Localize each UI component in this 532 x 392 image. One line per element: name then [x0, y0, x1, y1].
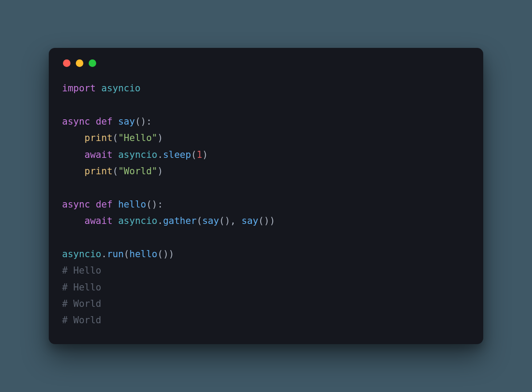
close-icon[interactable] [63, 59, 70, 67]
code-line: await asyncio.gather(say(), say()) [62, 216, 275, 226]
code-line: # Hello [62, 265, 102, 276]
traffic-lights [63, 59, 470, 67]
code-token: gather [163, 216, 197, 226]
code-token: # World [62, 298, 102, 309]
code-line: async def hello(): [62, 199, 163, 210]
code-token [62, 166, 85, 176]
code-token [90, 116, 96, 127]
code-token: print [85, 166, 113, 176]
code-editor[interactable]: import asyncio async def say(): print("H… [62, 80, 470, 329]
code-token: (): [146, 199, 163, 210]
code-line: async def say(): [62, 116, 152, 127]
code-token: ()) [258, 216, 275, 226]
code-token [113, 199, 118, 210]
code-token: def [96, 116, 113, 127]
code-token: say [118, 116, 135, 127]
zoom-icon[interactable] [89, 59, 96, 67]
code-line: print("World") [62, 166, 163, 176]
code-token: async [62, 116, 90, 127]
code-token: def [96, 199, 113, 210]
code-token: . [157, 216, 163, 226]
code-token: ) [157, 166, 163, 176]
code-token: # Hello [62, 265, 102, 276]
code-token: run [107, 249, 124, 259]
code-token [113, 116, 118, 127]
code-token: (), [219, 216, 242, 226]
code-token: ( [124, 249, 129, 259]
code-token: # World [62, 315, 102, 325]
code-line: # Hello [62, 282, 102, 293]
code-token [62, 133, 85, 143]
code-token: ) [157, 133, 163, 143]
code-token: asyncio [102, 83, 141, 94]
code-token: async [62, 199, 90, 210]
code-token: await [85, 216, 113, 226]
code-token: ( [113, 133, 118, 143]
code-token: ()) [157, 249, 174, 259]
code-token: import [62, 83, 96, 94]
code-line: # World [62, 298, 102, 309]
code-line: # World [62, 315, 102, 325]
code-token: (): [135, 116, 152, 127]
code-token: say [242, 216, 258, 226]
code-line: await asyncio.sleep(1) [62, 149, 208, 160]
code-token: ( [191, 149, 197, 160]
code-token [113, 149, 118, 160]
code-token: . [102, 249, 107, 259]
code-token: ( [196, 216, 202, 226]
code-token: # Hello [62, 282, 102, 293]
code-token: await [85, 149, 113, 160]
code-line: import asyncio [62, 83, 141, 94]
code-token: sleep [163, 149, 191, 160]
code-window: import asyncio async def say(): print("H… [49, 48, 483, 344]
code-line: print("Hello") [62, 133, 163, 143]
code-token: ) [202, 149, 208, 160]
code-token [96, 83, 102, 94]
code-token: asyncio [118, 216, 157, 226]
code-token: 1 [197, 149, 203, 160]
code-token: hello [118, 199, 146, 210]
code-token: . [157, 149, 163, 160]
code-token [90, 199, 96, 210]
minimize-icon[interactable] [76, 59, 83, 67]
code-token: say [202, 216, 219, 226]
code-token: hello [129, 249, 157, 259]
code-token: "World" [118, 166, 157, 176]
code-line: asyncio.run(hello()) [62, 249, 174, 259]
code-token: asyncio [118, 149, 157, 160]
code-token [113, 216, 118, 226]
code-token: ( [113, 166, 118, 176]
code-token: print [85, 133, 113, 143]
code-token: "Hello" [118, 133, 157, 143]
code-token: asyncio [62, 249, 102, 259]
code-token [62, 216, 85, 226]
code-token [62, 149, 85, 160]
